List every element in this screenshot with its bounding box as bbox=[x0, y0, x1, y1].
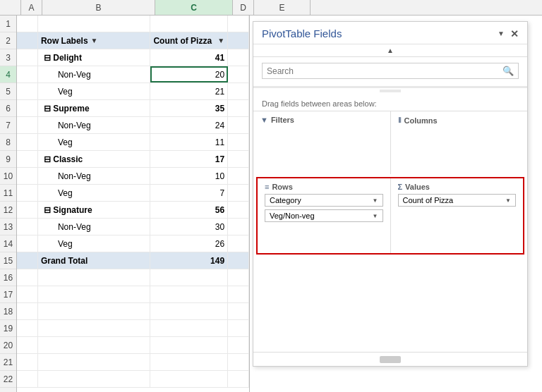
cell-a15[interactable] bbox=[17, 252, 38, 269]
separator bbox=[253, 86, 527, 88]
cell-c4[interactable]: 20 bbox=[150, 66, 228, 82]
table-row: Veg 7 bbox=[17, 185, 249, 202]
count-of-pizza-header: Count of Pizza bbox=[153, 36, 212, 46]
cell-a2[interactable] bbox=[17, 32, 38, 49]
values-field-count[interactable]: Count of Pizza ▼ bbox=[398, 194, 517, 207]
cell-a6[interactable] bbox=[17, 100, 38, 116]
cell-d5[interactable] bbox=[228, 83, 249, 99]
row-num-21: 21 bbox=[0, 354, 16, 371]
cell-a5[interactable] bbox=[17, 83, 38, 99]
cell-a8[interactable] bbox=[17, 134, 38, 150]
rows-field-category[interactable]: Category ▼ bbox=[265, 194, 383, 207]
pivot-panel-header: PivotTable Fields ▼ ✕ bbox=[253, 22, 527, 44]
cell-b13[interactable]: Non-Veg bbox=[38, 219, 151, 235]
row-num-2: 2 bbox=[0, 32, 16, 49]
cell-c7[interactable]: 24 bbox=[150, 117, 228, 133]
cell-c2[interactable]: Count of Pizza ▼ bbox=[150, 32, 228, 49]
cell-c3[interactable]: 41 bbox=[150, 49, 228, 66]
cell-d2[interactable] bbox=[228, 32, 249, 49]
rows-area: ≡ Rows Category ▼ Veg/Non-veg ▼ bbox=[258, 178, 391, 253]
search-icon: 🔍 bbox=[502, 66, 514, 76]
cell-b5[interactable]: Veg bbox=[38, 83, 151, 99]
col-header-c: C bbox=[155, 0, 233, 15]
cell-d12[interactable] bbox=[228, 202, 249, 218]
cell-a14[interactable] bbox=[17, 235, 38, 252]
cell-c13[interactable]: 30 bbox=[150, 219, 228, 235]
table-row bbox=[17, 354, 249, 371]
cell-b12[interactable]: ⊟ Signature bbox=[38, 202, 151, 218]
cell-b15[interactable]: Grand Total bbox=[38, 252, 150, 269]
panel-close-button[interactable]: ✕ bbox=[510, 28, 519, 39]
cell-d9[interactable] bbox=[228, 151, 249, 167]
cell-b4[interactable]: Non-Veg bbox=[38, 66, 151, 82]
cell-d8[interactable] bbox=[228, 134, 249, 150]
pivot-panel-controls: ▼ ✕ bbox=[498, 28, 519, 39]
row-numbers: 1 2 3 4 5 6 7 8 9 10 11 12 13 14 15 16 1… bbox=[0, 16, 17, 392]
row-num-14: 14 bbox=[0, 235, 16, 252]
cell-a3[interactable] bbox=[17, 49, 38, 66]
category-dropdown-arrow[interactable]: ▼ bbox=[373, 197, 378, 204]
cell-b11[interactable]: Veg bbox=[38, 185, 151, 201]
rows-field-veg[interactable]: Veg/Non-veg ▼ bbox=[265, 209, 383, 222]
count-dropdown-icon[interactable]: ▼ bbox=[217, 37, 224, 44]
scrollbar-thumb[interactable] bbox=[380, 356, 401, 363]
drag-hint: Drag fields between areas below: bbox=[253, 95, 527, 111]
cell-d14[interactable] bbox=[228, 235, 249, 252]
columns-icon: ⦀ bbox=[398, 116, 402, 125]
cell-c6[interactable]: 35 bbox=[150, 100, 228, 116]
row-num-4: 4 bbox=[0, 66, 16, 83]
cell-d15[interactable] bbox=[228, 252, 249, 269]
table-row bbox=[17, 269, 249, 286]
cell-d4[interactable] bbox=[228, 66, 249, 82]
cell-d13[interactable] bbox=[228, 219, 249, 235]
cell-b8[interactable]: Veg bbox=[38, 134, 151, 150]
cell-b10[interactable]: Non-Veg bbox=[38, 168, 151, 184]
cell-a1[interactable] bbox=[17, 16, 38, 32]
cell-d7[interactable] bbox=[228, 117, 249, 133]
cell-c1[interactable] bbox=[150, 16, 228, 32]
cell-d1[interactable] bbox=[228, 16, 249, 32]
cell-c12[interactable]: 56 bbox=[150, 202, 228, 218]
cell-d10[interactable] bbox=[228, 168, 249, 184]
table-row bbox=[17, 320, 249, 337]
panel-dropdown-arrow[interactable]: ▼ bbox=[498, 30, 505, 37]
table-row: ⊟ Classic 17 bbox=[17, 151, 249, 168]
cell-b7[interactable]: Non-Veg bbox=[38, 117, 151, 133]
cell-a9[interactable] bbox=[17, 151, 38, 167]
cell-d3[interactable] bbox=[228, 49, 249, 66]
cell-c9[interactable]: 17 bbox=[150, 151, 228, 167]
cell-a7[interactable] bbox=[17, 117, 38, 133]
cell-a13[interactable] bbox=[17, 219, 38, 235]
cell-c14[interactable]: 26 bbox=[150, 235, 228, 252]
columns-area: ⦀ Columns bbox=[391, 111, 528, 174]
filters-label: ▼ Filters bbox=[260, 116, 383, 124]
table-row: ⊟ Signature 56 bbox=[17, 202, 249, 219]
row-num-9: 9 bbox=[0, 151, 16, 168]
count-dropdown-arrow-2[interactable]: ▼ bbox=[505, 197, 511, 204]
cell-b3[interactable]: ⊟ Delight bbox=[38, 49, 151, 66]
cell-d11[interactable] bbox=[228, 185, 249, 201]
filter-dropdown-icon[interactable]: ▼ bbox=[91, 37, 98, 44]
cell-c8[interactable]: 11 bbox=[150, 134, 228, 150]
cell-c10[interactable]: 10 bbox=[150, 168, 228, 184]
cell-b2[interactable]: Row Labels ▼ bbox=[38, 32, 150, 49]
cell-b1[interactable] bbox=[38, 16, 150, 32]
cell-b6[interactable]: ⊟ Supreme bbox=[38, 100, 151, 116]
table-row bbox=[17, 371, 249, 388]
cell-c15[interactable]: 149 bbox=[150, 252, 228, 269]
cell-c11[interactable]: 7 bbox=[150, 185, 228, 201]
col-header-e: E bbox=[254, 0, 311, 15]
cell-a10[interactable] bbox=[17, 168, 38, 184]
cell-b9[interactable]: ⊟ Classic bbox=[38, 151, 151, 167]
cell-b14[interactable]: Veg bbox=[38, 235, 151, 252]
cell-a12[interactable] bbox=[17, 202, 38, 218]
collapse-arrow-icon[interactable]: ▲ bbox=[387, 47, 394, 54]
cell-c5[interactable]: 21 bbox=[150, 83, 228, 99]
cell-a4[interactable] bbox=[17, 66, 38, 82]
row-num-20: 20 bbox=[0, 337, 16, 354]
cell-d6[interactable] bbox=[228, 100, 249, 116]
veg-dropdown-arrow[interactable]: ▼ bbox=[373, 213, 378, 219]
search-input[interactable] bbox=[267, 66, 502, 76]
cell-a11[interactable] bbox=[17, 185, 38, 201]
search-box: 🔍 bbox=[262, 63, 519, 79]
